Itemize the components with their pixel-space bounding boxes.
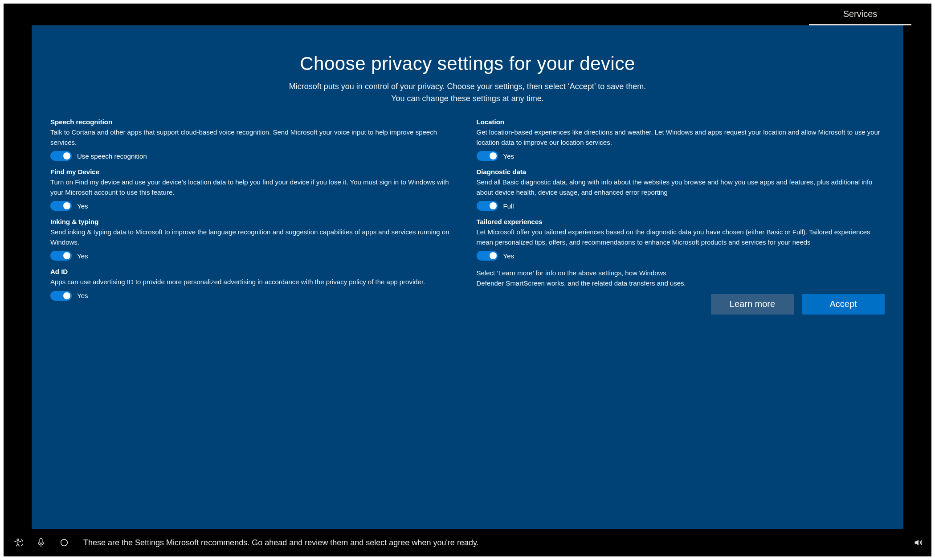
setting-diagnostic-data: Diagnostic data Send all Basic diagnosti… (477, 168, 885, 211)
oobe-frame: Services Choose privacy settings for you… (4, 4, 931, 556)
setting-ad-id: Ad ID Apps can use advertising ID to pro… (50, 268, 459, 301)
tab-label: Services (843, 9, 878, 19)
toggle-label: Use speech recognition (77, 152, 147, 160)
narrator-bar: These are the Settings Microsoft recomme… (4, 529, 931, 556)
cortana-icon[interactable] (59, 538, 69, 548)
setting-description: Send inking & typing data to Microsoft t… (50, 227, 459, 247)
setting-title: Inking & typing (50, 218, 459, 225)
toggle-speech-recognition[interactable] (50, 151, 72, 161)
learn-more-footnote: Select ‘Learn more’ for info on the abov… (477, 268, 885, 289)
settings-column-left: Speech recognition Talk to Cortana and o… (50, 118, 459, 521)
toggle-ad-id[interactable] (50, 291, 72, 301)
setting-title: Tailored experiences (477, 218, 885, 225)
setting-speech-recognition: Speech recognition Talk to Cortana and o… (50, 118, 459, 161)
tab-services[interactable]: Services (809, 4, 911, 25)
volume-icon[interactable] (913, 538, 923, 548)
setting-title: Location (477, 118, 885, 126)
toggle-label: Full (503, 202, 514, 210)
narrator-text: These are the Settings Microsoft recomme… (83, 538, 479, 548)
setting-tailored-experiences: Tailored experiences Let Microsoft offer… (477, 218, 885, 261)
privacy-settings-panel: Choose privacy settings for your device … (32, 25, 903, 529)
setting-description: Get location-based experiences like dire… (477, 127, 885, 147)
setting-description: Talk to Cortana and other apps that supp… (50, 127, 459, 147)
page-title: Choose privacy settings for your device (50, 53, 885, 74)
toggle-inking-typing[interactable] (50, 251, 72, 261)
toggle-find-my-device[interactable] (50, 201, 72, 211)
footnote-line-1: Select ‘Learn more’ for info on the abov… (477, 269, 666, 277)
header-tabs: Services (4, 4, 931, 25)
setting-inking-typing: Inking & typing Send inking & typing dat… (50, 218, 459, 261)
setting-title: Diagnostic data (477, 168, 885, 176)
setting-description: Apps can use advertising ID to provide m… (50, 277, 459, 287)
svg-point-0 (17, 539, 19, 541)
toggle-label: Yes (77, 292, 88, 299)
accessibility-icon[interactable] (13, 538, 23, 548)
svg-point-2 (61, 540, 68, 546)
settings-column-right: Location Get location-based experiences … (477, 118, 885, 521)
setting-location: Location Get location-based experiences … (477, 118, 885, 161)
svg-rect-1 (40, 539, 42, 544)
setting-description: Turn on Find my device and use your devi… (50, 177, 459, 197)
setting-title: Find my Device (50, 168, 459, 176)
toggle-label: Yes (77, 252, 88, 260)
setting-title: Speech recognition (50, 118, 459, 126)
toggle-location[interactable] (477, 151, 498, 161)
toggle-tailored-experiences[interactable] (477, 251, 498, 261)
setting-description: Send all Basic diagnostic data, along wi… (477, 177, 885, 197)
page-subtitle: Microsoft puts you in control of your pr… (50, 81, 885, 105)
toggle-label: Yes (503, 252, 514, 260)
subtitle-line-1: Microsoft puts you in control of your pr… (289, 82, 646, 91)
setting-title: Ad ID (50, 268, 459, 275)
subtitle-line-2: You can change these settings at any tim… (391, 94, 544, 103)
setting-find-my-device: Find my Device Turn on Find my device an… (50, 168, 459, 211)
microphone-icon[interactable] (36, 538, 46, 548)
toggle-diagnostic-data[interactable] (477, 201, 498, 211)
toggle-label: Yes (77, 202, 88, 210)
learn-more-button[interactable]: Learn more (711, 294, 794, 315)
setting-description: Let Microsoft offer you tailored experie… (477, 227, 885, 247)
action-buttons: Learn more Accept (477, 294, 885, 315)
footnote-line-2: Defender SmartScreen works, and the rela… (477, 279, 686, 287)
accept-button[interactable]: Accept (802, 294, 885, 315)
toggle-label: Yes (503, 152, 514, 160)
